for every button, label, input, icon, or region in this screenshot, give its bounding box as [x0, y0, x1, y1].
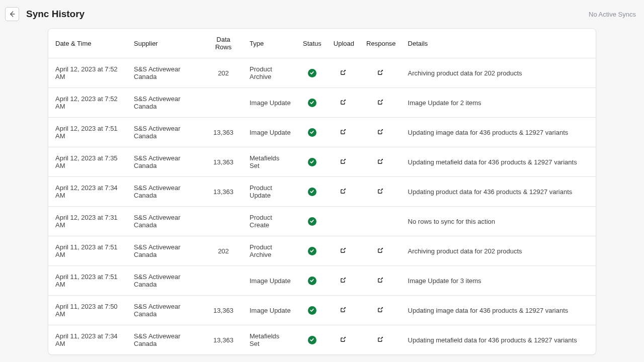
cell-datarows: 13,363 [203, 296, 244, 325]
cell-type: Metafields Set [244, 325, 297, 355]
cell-supplier: S&S Activewear Canada [128, 296, 203, 325]
cell-datetime: April 12, 2023 at 7:52 AM [48, 88, 128, 118]
cell-status [297, 88, 328, 118]
response-link-icon[interactable] [377, 128, 385, 136]
response-link-icon[interactable] [377, 188, 385, 196]
cell-status [297, 58, 328, 88]
cell-datarows [203, 88, 244, 118]
cell-details: Archiving product data for 202 products [402, 58, 596, 88]
cell-details: Updating image data for 436 products & 1… [402, 118, 596, 147]
cell-upload [328, 236, 360, 266]
cell-type: Image Update [244, 118, 297, 147]
cell-type: Product Create [244, 207, 297, 236]
table-row: April 11, 2023 at 7:51 AMS&S Activewear … [48, 266, 596, 296]
cell-response [360, 207, 402, 236]
col-header-upload: Upload [328, 29, 360, 58]
cell-datetime: April 12, 2023 at 7:34 AM [48, 177, 128, 207]
col-header-type: Type [244, 29, 297, 58]
cell-upload [328, 266, 360, 296]
upload-link-icon[interactable] [340, 247, 348, 255]
response-link-icon[interactable] [377, 158, 385, 166]
cell-type: Image Update [244, 296, 297, 325]
cell-datarows [203, 266, 244, 296]
cell-datetime: April 11, 2023 at 7:51 AM [48, 236, 128, 266]
cell-datarows [203, 207, 244, 236]
cell-upload [328, 296, 360, 325]
back-button[interactable] [5, 7, 19, 21]
cell-upload [328, 147, 360, 177]
upload-link-icon[interactable] [340, 99, 348, 107]
page-title: Sync History [26, 9, 589, 20]
col-header-supplier: Supplier [128, 29, 203, 58]
cell-details: Image Update for 3 items [402, 266, 596, 296]
table-row: April 11, 2023 at 7:34 AMS&S Activewear … [48, 325, 596, 355]
upload-link-icon[interactable] [340, 277, 348, 285]
cell-details: No rows to sync for this action [402, 207, 596, 236]
cell-status [297, 236, 328, 266]
status-success-icon [308, 188, 316, 196]
cell-details: Updating product data for 436 products &… [402, 177, 596, 207]
response-link-icon[interactable] [377, 99, 385, 107]
no-active-syncs-label: No Active Syncs [589, 11, 636, 18]
response-link-icon[interactable] [377, 247, 385, 255]
cell-response [360, 58, 402, 88]
upload-link-icon[interactable] [340, 69, 348, 77]
cell-response [360, 236, 402, 266]
cell-datarows: 202 [203, 236, 244, 266]
cell-status [297, 325, 328, 355]
cell-type: Product Update [244, 177, 297, 207]
upload-link-icon[interactable] [340, 188, 348, 196]
cell-supplier: S&S Activewear Canada [128, 88, 203, 118]
cell-response [360, 88, 402, 118]
cell-upload [328, 58, 360, 88]
status-success-icon [308, 217, 316, 226]
cell-datetime: April 11, 2023 at 7:34 AM [48, 325, 128, 355]
response-link-icon[interactable] [377, 277, 385, 285]
upload-link-icon[interactable] [340, 128, 348, 136]
cell-details: Updating image data for 436 products & 1… [402, 296, 596, 325]
cell-status [297, 147, 328, 177]
response-link-icon[interactable] [377, 336, 385, 344]
cell-status [297, 118, 328, 147]
cell-datetime: April 12, 2023 at 7:51 AM [48, 118, 128, 147]
cell-datetime: April 12, 2023 at 7:35 AM [48, 147, 128, 177]
cell-datarows: 13,363 [203, 325, 244, 355]
sync-history-card: Date & Time Supplier Data Rows Type Stat… [48, 28, 596, 355]
cell-datetime: April 12, 2023 at 7:52 AM [48, 58, 128, 88]
table-header-row: Date & Time Supplier Data Rows Type Stat… [48, 29, 596, 58]
cell-supplier: S&S Activewear Canada [128, 236, 203, 266]
cell-upload [328, 207, 360, 236]
cell-upload [328, 118, 360, 147]
cell-upload [328, 325, 360, 355]
cell-response [360, 325, 402, 355]
col-header-response: Response [360, 29, 402, 58]
cell-type: Image Update [244, 88, 297, 118]
upload-link-icon[interactable] [340, 306, 348, 314]
cell-details: Updating metafield data for 436 products… [402, 325, 596, 355]
cell-supplier: S&S Activewear Canada [128, 177, 203, 207]
status-success-icon [308, 128, 316, 137]
col-header-datarows: Data Rows [203, 29, 244, 58]
page-header: Sync History No Active Syncs [0, 0, 644, 28]
arrow-left-icon [8, 10, 16, 18]
table-row: April 11, 2023 at 7:50 AMS&S Activewear … [48, 296, 596, 325]
cell-datarows: 202 [203, 58, 244, 88]
upload-link-icon[interactable] [340, 336, 348, 344]
cell-datarows: 13,363 [203, 177, 244, 207]
cell-supplier: S&S Activewear Canada [128, 266, 203, 296]
cell-response [360, 147, 402, 177]
table-row: April 12, 2023 at 7:52 AMS&S Activewear … [48, 58, 596, 88]
cell-type: Image Update [244, 266, 297, 296]
cell-response [360, 177, 402, 207]
status-success-icon [308, 277, 316, 285]
sync-history-table: Date & Time Supplier Data Rows Type Stat… [48, 29, 596, 354]
upload-link-icon[interactable] [340, 158, 348, 166]
cell-status [297, 266, 328, 296]
cell-upload [328, 177, 360, 207]
cell-type: Product Archive [244, 58, 297, 88]
status-success-icon [308, 158, 316, 166]
response-link-icon[interactable] [377, 69, 385, 77]
cell-response [360, 266, 402, 296]
cell-datetime: April 11, 2023 at 7:51 AM [48, 266, 128, 296]
response-link-icon[interactable] [377, 306, 385, 314]
